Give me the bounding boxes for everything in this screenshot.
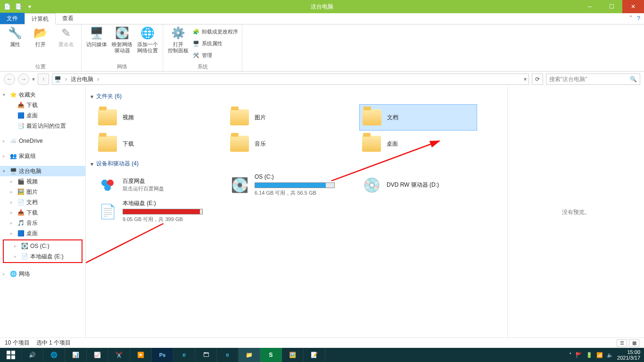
taskbar-app-snip[interactable]: ✂️ xyxy=(108,348,130,362)
map-drive-button[interactable]: 💽映射网络 驱动器 xyxy=(111,25,133,54)
folder-documents[interactable]: 文档 xyxy=(359,104,477,131)
svg-line-4 xyxy=(86,223,164,267)
taskbar-app-ps[interactable]: Ps xyxy=(152,348,173,362)
refresh-button[interactable]: ⟳ xyxy=(532,74,543,85)
tree-homegroup[interactable]: ▹👥家庭组 xyxy=(0,151,85,161)
tree-this-pc[interactable]: ▾🖥️这台电脑 xyxy=(0,166,85,176)
tray-volume-icon[interactable]: 🔈 xyxy=(607,352,613,358)
status-count: 10 个项目 xyxy=(5,339,30,347)
tray-flag-icon[interactable]: 🚩 xyxy=(576,352,582,358)
window-title: 这台电脑 xyxy=(311,3,333,11)
svg-point-2 xyxy=(104,184,111,191)
open-button[interactable]: 📂打开 xyxy=(29,25,52,48)
taskbar-app-ie1[interactable]: e xyxy=(173,348,195,362)
ribbon: 🔧属性 📂打开 ✎重命名 位置 🖥️访问媒体 💽映射网络 驱动器 🌐添加一个 网… xyxy=(0,25,644,72)
manage-button[interactable]: 🛠️管理 xyxy=(192,50,238,60)
tree-favorites[interactable]: ▾⭐收藏夹 xyxy=(0,90,85,100)
system-tray[interactable]: ˄ 🚩 🔋 📶 🔈 15:002021/3/17 xyxy=(565,349,644,361)
folder-desktop[interactable]: 桌面 xyxy=(359,131,477,157)
tree-recent[interactable]: 📑最近访问的位置 xyxy=(0,121,85,131)
uninstall-button[interactable]: 🧩卸载或更改程序 xyxy=(192,26,238,37)
tray-up-icon[interactable]: ˄ xyxy=(569,352,572,358)
tray-network-icon[interactable]: 📶 xyxy=(596,352,603,358)
maximize-button[interactable]: ☐ xyxy=(601,0,622,13)
tree-downloads2[interactable]: ▹📥下载 xyxy=(0,207,85,218)
qat-dropdown-icon[interactable]: ▾ xyxy=(25,2,34,11)
qat-icon-2[interactable]: 📑 xyxy=(14,2,23,11)
address-bar[interactable]: 🖥️ 这台电脑 ▾ xyxy=(52,74,529,85)
ribbon-tab-strip: 文件 计算机 查看 ˄ ? xyxy=(0,13,644,25)
tree-documents[interactable]: ▹📄文档 xyxy=(0,197,85,207)
taskbar-app-window[interactable]: 🗔 xyxy=(195,348,217,362)
taskbar-app-wps[interactable]: S xyxy=(260,348,282,362)
content-pane[interactable]: ▾文件夹 (6) 视频 图片 文档 下载 音乐 桌面 ▾设备和驱动器 (4) 百… xyxy=(86,87,507,337)
folder-downloads[interactable]: 下载 xyxy=(95,131,213,157)
taskbar[interactable]: 🔊 🌐 📊 📈 ✂️ ▶️ Ps e 🗔 e 📁 S 🖼️ 📝 ˄ 🚩 🔋 📶 … xyxy=(0,348,644,362)
back-button[interactable]: ← xyxy=(4,74,15,85)
tree-videos[interactable]: ▹🎬视频 xyxy=(0,176,85,187)
help-icon[interactable]: ? xyxy=(637,15,640,22)
taskbar-app-1[interactable]: 🔊 xyxy=(22,348,43,362)
drive-os-c[interactable]: 💽 OS (C:)6.14 GB 可用，共 56.5 GB xyxy=(227,172,345,198)
access-media-button[interactable]: 🖥️访问媒体 xyxy=(85,25,108,54)
control-panel-button[interactable]: ⚙️打开 控制面板 xyxy=(167,25,190,60)
taskbar-app-explorer[interactable]: 📁 xyxy=(239,348,260,362)
tray-clock[interactable]: 15:002021/3/17 xyxy=(617,349,640,361)
forward-button[interactable]: → xyxy=(18,74,29,85)
tree-desktop[interactable]: 🟦桌面 xyxy=(0,110,85,121)
taskbar-app-player[interactable]: ▶️ xyxy=(130,348,152,362)
rename-button[interactable]: ✎重命名 xyxy=(55,25,77,48)
group-network-label: 网络 xyxy=(85,62,159,71)
breadcrumb-root[interactable]: 这台电脑 xyxy=(71,75,93,83)
folder-pictures[interactable]: 图片 xyxy=(227,104,345,131)
taskbar-app-browser[interactable]: 🌐 xyxy=(43,348,65,362)
tree-music[interactable]: ▹🎵音乐 xyxy=(0,218,85,228)
tray-battery-icon[interactable]: 🔋 xyxy=(586,352,593,358)
taskbar-app-3[interactable]: 📈 xyxy=(87,348,108,362)
baidu-icon xyxy=(97,174,118,195)
folder-videos[interactable]: 视频 xyxy=(95,104,213,131)
minimize-button[interactable]: ─ xyxy=(579,0,601,13)
properties-button[interactable]: 🔧属性 xyxy=(4,25,26,48)
drive-icon: 💽 xyxy=(229,174,250,195)
tab-file[interactable]: 文件 xyxy=(0,13,25,24)
ribbon-collapse-icon[interactable]: ˄ xyxy=(629,15,632,22)
annotation-arrow-2 xyxy=(86,223,168,271)
view-details-button[interactable]: ☰ xyxy=(617,339,627,347)
search-icon[interactable]: 🔍 xyxy=(630,76,637,82)
up-button[interactable]: ↑ xyxy=(38,74,49,85)
qat-icon-1[interactable]: 📄 xyxy=(3,2,11,11)
drive-dvd-d[interactable]: 💿 DVD RW 驱动器 (D:) xyxy=(359,172,477,198)
folder-music[interactable]: 音乐 xyxy=(227,131,345,157)
group-header-folders[interactable]: ▾文件夹 (6) xyxy=(91,92,503,100)
history-dropdown-icon[interactable]: ▾ xyxy=(32,76,35,82)
system-properties-button[interactable]: 🖥️系统属性 xyxy=(192,38,238,49)
tree-local-e[interactable]: ▹📄本地磁盘 (E:) xyxy=(4,251,82,262)
search-box[interactable]: 搜索"这台电脑" 🔍 xyxy=(546,74,640,85)
add-location-button[interactable]: 🌐添加一个 网络位置 xyxy=(136,25,159,54)
tree-os-c[interactable]: ▹💽OS (C:) xyxy=(4,241,82,251)
tree-downloads[interactable]: 📥下载 xyxy=(0,100,85,110)
file-icon: 📄 xyxy=(97,201,118,222)
svg-rect-5 xyxy=(7,351,10,354)
device-baidu[interactable]: 百度网盘双击运行百度网盘 xyxy=(95,172,213,198)
tree-pictures[interactable]: ▹🖼️图片 xyxy=(0,187,85,197)
tree-desktop2[interactable]: ▹🟦桌面 xyxy=(0,228,85,239)
close-button[interactable]: ✕ xyxy=(622,0,644,13)
drive-local-e[interactable]: 📄 本地磁盘 (E:)9.05 GB 可用，共 399 GB xyxy=(95,198,213,224)
taskbar-app-photo[interactable]: 🖼️ xyxy=(282,348,304,362)
svg-rect-8 xyxy=(11,355,15,359)
tab-view[interactable]: 查看 xyxy=(56,13,80,24)
tree-onedrive[interactable]: ▹☁️OneDrive xyxy=(0,136,85,146)
taskbar-app-note[interactable]: 📝 xyxy=(304,348,325,362)
preview-empty-label: 没有预览。 xyxy=(562,208,590,216)
start-button[interactable] xyxy=(0,348,22,362)
view-tiles-button[interactable]: ▦ xyxy=(629,339,639,347)
navigation-tree[interactable]: ▾⭐收藏夹 📥下载 🟦桌面 📑最近访问的位置 ▹☁️OneDrive ▹👥家庭组… xyxy=(0,87,86,337)
address-dropdown-icon[interactable]: ▾ xyxy=(524,76,527,82)
tree-network[interactable]: ▹🌐网络 xyxy=(0,269,85,279)
group-header-devices[interactable]: ▾设备和驱动器 (4) xyxy=(91,160,503,168)
tab-computer[interactable]: 计算机 xyxy=(25,13,56,25)
taskbar-app-ie2[interactable]: e xyxy=(217,348,239,362)
taskbar-app-2[interactable]: 📊 xyxy=(65,348,87,362)
